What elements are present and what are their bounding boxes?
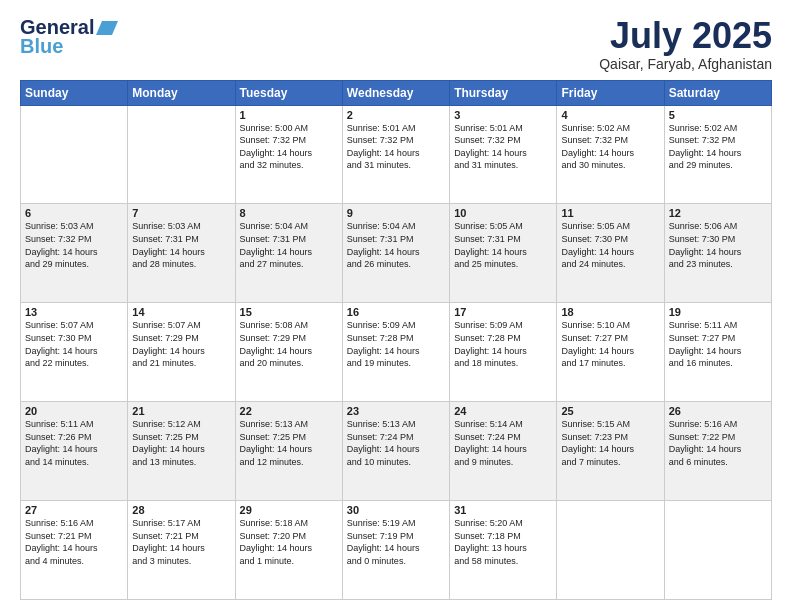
calendar-cell: 28Sunrise: 5:17 AM Sunset: 7:21 PM Dayli… (128, 501, 235, 600)
calendar-cell (557, 501, 664, 600)
day-number: 20 (25, 405, 123, 417)
header: General Blue July 2025 Qaisar, Faryab, A… (20, 16, 772, 72)
calendar-week-row: 20Sunrise: 5:11 AM Sunset: 7:26 PM Dayli… (21, 402, 772, 501)
calendar-cell: 14Sunrise: 5:07 AM Sunset: 7:29 PM Dayli… (128, 303, 235, 402)
day-number: 8 (240, 207, 338, 219)
day-number: 21 (132, 405, 230, 417)
logo-blue: Blue (20, 35, 63, 58)
weekday-header-tuesday: Tuesday (235, 80, 342, 105)
calendar-cell: 26Sunrise: 5:16 AM Sunset: 7:22 PM Dayli… (664, 402, 771, 501)
calendar-week-row: 6Sunrise: 5:03 AM Sunset: 7:32 PM Daylig… (21, 204, 772, 303)
day-info: Sunrise: 5:12 AM Sunset: 7:25 PM Dayligh… (132, 418, 230, 468)
day-info: Sunrise: 5:03 AM Sunset: 7:31 PM Dayligh… (132, 220, 230, 270)
day-info: Sunrise: 5:03 AM Sunset: 7:32 PM Dayligh… (25, 220, 123, 270)
day-info: Sunrise: 5:09 AM Sunset: 7:28 PM Dayligh… (454, 319, 552, 369)
calendar-page: General Blue July 2025 Qaisar, Faryab, A… (0, 0, 792, 612)
calendar-cell (21, 105, 128, 204)
day-number: 18 (561, 306, 659, 318)
weekday-header-monday: Monday (128, 80, 235, 105)
day-number: 15 (240, 306, 338, 318)
calendar-cell: 25Sunrise: 5:15 AM Sunset: 7:23 PM Dayli… (557, 402, 664, 501)
day-number: 11 (561, 207, 659, 219)
day-info: Sunrise: 5:06 AM Sunset: 7:30 PM Dayligh… (669, 220, 767, 270)
day-number: 4 (561, 109, 659, 121)
day-info: Sunrise: 5:01 AM Sunset: 7:32 PM Dayligh… (454, 122, 552, 172)
calendar-cell: 7Sunrise: 5:03 AM Sunset: 7:31 PM Daylig… (128, 204, 235, 303)
day-info: Sunrise: 5:02 AM Sunset: 7:32 PM Dayligh… (561, 122, 659, 172)
logo: General Blue (20, 16, 118, 58)
location-subtitle: Qaisar, Faryab, Afghanistan (599, 56, 772, 72)
day-info: Sunrise: 5:04 AM Sunset: 7:31 PM Dayligh… (347, 220, 445, 270)
day-number: 27 (25, 504, 123, 516)
day-info: Sunrise: 5:13 AM Sunset: 7:25 PM Dayligh… (240, 418, 338, 468)
calendar-cell: 9Sunrise: 5:04 AM Sunset: 7:31 PM Daylig… (342, 204, 449, 303)
weekday-header-friday: Friday (557, 80, 664, 105)
calendar-cell: 6Sunrise: 5:03 AM Sunset: 7:32 PM Daylig… (21, 204, 128, 303)
calendar-week-row: 13Sunrise: 5:07 AM Sunset: 7:30 PM Dayli… (21, 303, 772, 402)
day-number: 3 (454, 109, 552, 121)
day-info: Sunrise: 5:00 AM Sunset: 7:32 PM Dayligh… (240, 122, 338, 172)
day-number: 14 (132, 306, 230, 318)
day-info: Sunrise: 5:01 AM Sunset: 7:32 PM Dayligh… (347, 122, 445, 172)
weekday-header-wednesday: Wednesday (342, 80, 449, 105)
calendar-cell: 4Sunrise: 5:02 AM Sunset: 7:32 PM Daylig… (557, 105, 664, 204)
day-info: Sunrise: 5:02 AM Sunset: 7:32 PM Dayligh… (669, 122, 767, 172)
day-number: 13 (25, 306, 123, 318)
day-info: Sunrise: 5:11 AM Sunset: 7:26 PM Dayligh… (25, 418, 123, 468)
calendar-cell (664, 501, 771, 600)
day-number: 25 (561, 405, 659, 417)
day-number: 7 (132, 207, 230, 219)
calendar-cell: 2Sunrise: 5:01 AM Sunset: 7:32 PM Daylig… (342, 105, 449, 204)
day-info: Sunrise: 5:17 AM Sunset: 7:21 PM Dayligh… (132, 517, 230, 567)
day-number: 23 (347, 405, 445, 417)
day-info: Sunrise: 5:07 AM Sunset: 7:30 PM Dayligh… (25, 319, 123, 369)
calendar-cell: 8Sunrise: 5:04 AM Sunset: 7:31 PM Daylig… (235, 204, 342, 303)
day-number: 19 (669, 306, 767, 318)
day-info: Sunrise: 5:10 AM Sunset: 7:27 PM Dayligh… (561, 319, 659, 369)
day-number: 10 (454, 207, 552, 219)
day-info: Sunrise: 5:05 AM Sunset: 7:31 PM Dayligh… (454, 220, 552, 270)
day-info: Sunrise: 5:16 AM Sunset: 7:22 PM Dayligh… (669, 418, 767, 468)
day-info: Sunrise: 5:05 AM Sunset: 7:30 PM Dayligh… (561, 220, 659, 270)
title-block: July 2025 Qaisar, Faryab, Afghanistan (599, 16, 772, 72)
day-info: Sunrise: 5:20 AM Sunset: 7:18 PM Dayligh… (454, 517, 552, 567)
calendar-cell: 21Sunrise: 5:12 AM Sunset: 7:25 PM Dayli… (128, 402, 235, 501)
calendar-cell: 11Sunrise: 5:05 AM Sunset: 7:30 PM Dayli… (557, 204, 664, 303)
day-info: Sunrise: 5:15 AM Sunset: 7:23 PM Dayligh… (561, 418, 659, 468)
calendar-cell: 30Sunrise: 5:19 AM Sunset: 7:19 PM Dayli… (342, 501, 449, 600)
day-info: Sunrise: 5:18 AM Sunset: 7:20 PM Dayligh… (240, 517, 338, 567)
day-number: 28 (132, 504, 230, 516)
day-info: Sunrise: 5:04 AM Sunset: 7:31 PM Dayligh… (240, 220, 338, 270)
day-number: 29 (240, 504, 338, 516)
month-title: July 2025 (599, 16, 772, 56)
day-number: 5 (669, 109, 767, 121)
calendar-cell: 17Sunrise: 5:09 AM Sunset: 7:28 PM Dayli… (450, 303, 557, 402)
day-info: Sunrise: 5:09 AM Sunset: 7:28 PM Dayligh… (347, 319, 445, 369)
weekday-header-saturday: Saturday (664, 80, 771, 105)
calendar-cell: 1Sunrise: 5:00 AM Sunset: 7:32 PM Daylig… (235, 105, 342, 204)
calendar-table: SundayMondayTuesdayWednesdayThursdayFrid… (20, 80, 772, 600)
day-number: 1 (240, 109, 338, 121)
weekday-header-thursday: Thursday (450, 80, 557, 105)
calendar-week-row: 27Sunrise: 5:16 AM Sunset: 7:21 PM Dayli… (21, 501, 772, 600)
day-info: Sunrise: 5:11 AM Sunset: 7:27 PM Dayligh… (669, 319, 767, 369)
calendar-cell: 27Sunrise: 5:16 AM Sunset: 7:21 PM Dayli… (21, 501, 128, 600)
calendar-body: 1Sunrise: 5:00 AM Sunset: 7:32 PM Daylig… (21, 105, 772, 599)
calendar-cell: 5Sunrise: 5:02 AM Sunset: 7:32 PM Daylig… (664, 105, 771, 204)
weekday-header-sunday: Sunday (21, 80, 128, 105)
calendar-cell: 16Sunrise: 5:09 AM Sunset: 7:28 PM Dayli… (342, 303, 449, 402)
calendar-cell: 10Sunrise: 5:05 AM Sunset: 7:31 PM Dayli… (450, 204, 557, 303)
day-number: 24 (454, 405, 552, 417)
weekday-header-row: SundayMondayTuesdayWednesdayThursdayFrid… (21, 80, 772, 105)
calendar-cell: 13Sunrise: 5:07 AM Sunset: 7:30 PM Dayli… (21, 303, 128, 402)
calendar-cell: 31Sunrise: 5:20 AM Sunset: 7:18 PM Dayli… (450, 501, 557, 600)
day-number: 9 (347, 207, 445, 219)
calendar-cell: 19Sunrise: 5:11 AM Sunset: 7:27 PM Dayli… (664, 303, 771, 402)
calendar-cell: 3Sunrise: 5:01 AM Sunset: 7:32 PM Daylig… (450, 105, 557, 204)
day-number: 22 (240, 405, 338, 417)
calendar-cell: 18Sunrise: 5:10 AM Sunset: 7:27 PM Dayli… (557, 303, 664, 402)
day-number: 12 (669, 207, 767, 219)
calendar-cell: 23Sunrise: 5:13 AM Sunset: 7:24 PM Dayli… (342, 402, 449, 501)
calendar-cell: 22Sunrise: 5:13 AM Sunset: 7:25 PM Dayli… (235, 402, 342, 501)
day-number: 2 (347, 109, 445, 121)
